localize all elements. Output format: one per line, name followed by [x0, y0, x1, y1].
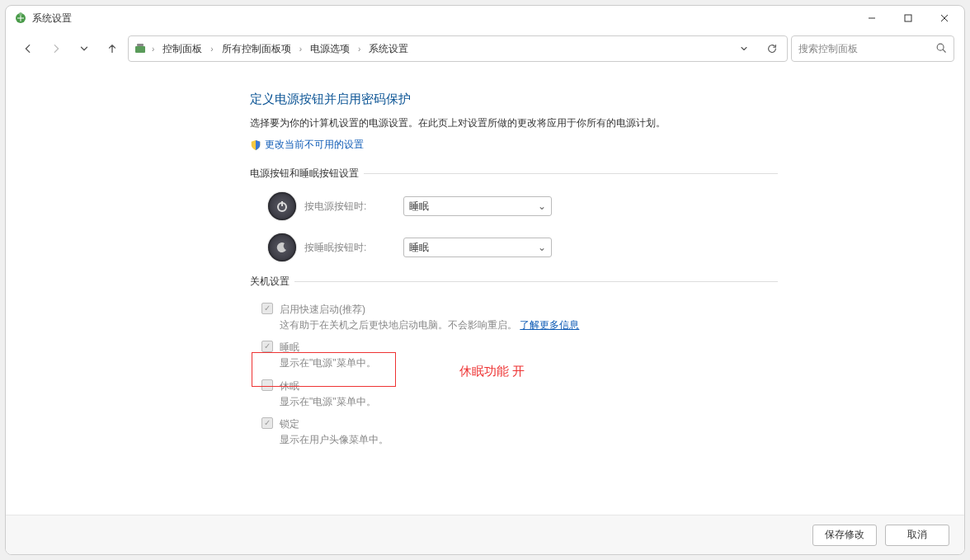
maximize-button[interactable] [890, 6, 926, 31]
title-bar: 系统设置 [6, 6, 964, 31]
forward-button[interactable] [44, 36, 68, 61]
close-button[interactable] [926, 6, 963, 31]
chevron-right-icon: › [356, 45, 362, 54]
content-area: 定义电源按钮并启用密码保护 选择要为你的计算机设置的电源设置。在此页上对设置所做… [6, 67, 964, 554]
back-button[interactable] [16, 36, 40, 61]
hibernate-title: 休眠 [280, 379, 376, 393]
svg-line-9 [943, 49, 945, 52]
power-button-label: 按电源按钮时: [304, 200, 395, 214]
svg-point-1 [19, 12, 22, 16]
main-panel: 定义电源按钮并启用密码保护 选择要为你的计算机设置的电源设置。在此页上对设置所做… [250, 92, 778, 448]
lock-checkbox[interactable] [261, 417, 273, 429]
fast-startup-option: 启用快速启动(推荐) 这有助于在关机之后更快地启动电脑。不会影响重启。 了解更多… [261, 300, 778, 333]
hibernate-option: 休眠 显示在"电源"菜单中。 [261, 377, 778, 410]
fast-startup-checkbox[interactable] [261, 303, 273, 314]
lock-title: 锁定 [280, 416, 388, 431]
search-box[interactable] [791, 35, 954, 62]
power-button-value: 睡眠 [409, 200, 429, 214]
breadcrumb-item[interactable]: 电源选项 [307, 39, 353, 59]
lock-option: 锁定 显示在用户头像菜单中。 [261, 415, 778, 448]
sleep-button-row: 按睡眠按钮时: 睡眠 ⌄ [268, 233, 778, 261]
sleep-checkbox[interactable] [261, 341, 273, 352]
chevron-right-icon: › [209, 45, 214, 54]
shield-icon [250, 139, 261, 151]
app-window: 系统设置 › 控制面板 › [5, 5, 965, 555]
power-icon [268, 192, 296, 220]
control-panel-icon [134, 42, 147, 55]
chevron-right-icon: › [298, 45, 304, 54]
sleep-button-label: 按睡眠按钮时: [304, 241, 395, 255]
sleep-title: 睡眠 [280, 340, 376, 355]
chevron-right-icon: › [150, 45, 156, 54]
page-subtext: 选择要为你的计算机设置的电源设置。在此页上对设置所做的更改将应用于你所有的电源计… [250, 115, 778, 131]
power-button-select[interactable]: 睡眠 ⌄ [403, 196, 552, 216]
annotation-text: 休眠功能 开 [459, 364, 525, 379]
lock-desc: 显示在用户头像菜单中。 [280, 432, 388, 448]
sleep-button-value: 睡眠 [409, 241, 429, 255]
breadcrumb-item[interactable]: 所有控制面板项 [219, 39, 294, 59]
window-title: 系统设置 [32, 12, 72, 26]
cancel-button[interactable]: 取消 [885, 525, 949, 546]
search-input[interactable] [798, 43, 935, 54]
recent-button[interactable] [72, 36, 97, 61]
breadcrumb-item[interactable]: 控制面板 [159, 39, 205, 59]
svg-rect-3 [905, 15, 911, 21]
save-button[interactable]: 保存修改 [812, 525, 877, 546]
change-unavailable-label: 更改当前不可用的设置 [265, 138, 364, 152]
refresh-button[interactable] [760, 37, 784, 60]
sleep-button-select[interactable]: 睡眠 ⌄ [403, 238, 552, 257]
buttons-group-label: 电源按钮和睡眠按钮设置 [250, 167, 778, 181]
moon-icon [268, 233, 296, 261]
hibernate-checkbox[interactable] [261, 379, 273, 391]
fast-startup-title: 启用快速启动(推荐) [280, 302, 579, 317]
learn-more-link[interactable]: 了解更多信息 [520, 319, 579, 331]
shutdown-group-label: 关机设置 [250, 275, 778, 289]
bottom-bar: 保存修改 取消 [6, 515, 964, 554]
address-bar[interactable]: › 控制面板 › 所有控制面板项 › 电源选项 › 系统设置 [128, 35, 788, 62]
chevron-down-icon: ⌄ [538, 242, 546, 253]
toolbar: › 控制面板 › 所有控制面板项 › 电源选项 › 系统设置 [6, 31, 964, 67]
address-dropdown-button[interactable] [732, 37, 756, 60]
svg-rect-7 [137, 44, 144, 46]
search-icon [935, 42, 947, 56]
change-unavailable-link[interactable]: 更改当前不可用的设置 [250, 138, 364, 152]
minimize-button[interactable] [854, 6, 890, 31]
svg-rect-6 [135, 46, 145, 53]
up-button[interactable] [100, 36, 125, 61]
hibernate-desc: 显示在"电源"菜单中。 [280, 394, 376, 410]
chevron-down-icon: ⌄ [538, 200, 546, 212]
page-heading: 定义电源按钮并启用密码保护 [250, 92, 778, 107]
fast-startup-desc: 这有助于在关机之后更快地启动电脑。不会影响重启。 了解更多信息 [280, 318, 579, 333]
power-button-row: 按电源按钮时: 睡眠 ⌄ [268, 192, 778, 220]
sleep-desc: 显示在"电源"菜单中。 [280, 355, 376, 371]
app-icon [14, 12, 27, 25]
breadcrumb-item[interactable]: 系统设置 [365, 39, 412, 59]
